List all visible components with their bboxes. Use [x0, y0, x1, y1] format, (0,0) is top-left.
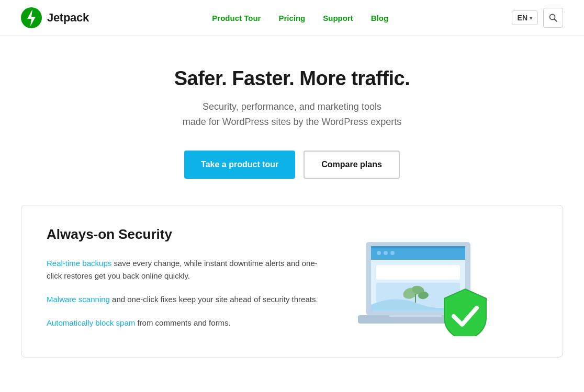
malware-scanning-link[interactable]: Malware scanning [47, 295, 110, 304]
realtime-backups-link[interactable]: Real-time backups [47, 259, 111, 268]
lang-label: EN [518, 14, 527, 22]
take-product-tour-button[interactable]: Take a product tour [184, 151, 295, 179]
language-selector[interactable]: EN ▾ [512, 10, 538, 25]
card-body: Real-time backups save every change, whi… [47, 257, 319, 330]
svg-rect-14 [376, 265, 460, 280]
card-paragraph-2-text: and one-click fixes keep your site ahead… [110, 295, 318, 304]
card-content: Always-on Security Real-time backups sav… [47, 226, 319, 330]
main-nav: Product Tour Pricing Support Blog [205, 10, 396, 26]
svg-rect-9 [371, 246, 465, 248]
svg-point-10 [377, 251, 381, 255]
nav-actions: EN ▾ [512, 8, 563, 28]
security-section: Always-on Security Real-time backups sav… [0, 205, 584, 378]
jetpack-logo-icon [21, 7, 42, 28]
nav-pricing[interactable]: Pricing [271, 10, 312, 26]
laptop-security-image [342, 226, 494, 336]
nav-support[interactable]: Support [316, 10, 361, 26]
logo[interactable]: Jetpack [21, 7, 89, 28]
card-paragraph-3-text: from comments and forms. [135, 318, 231, 327]
security-illustration [340, 226, 497, 336]
card-title: Always-on Security [47, 226, 319, 243]
nav-product-tour[interactable]: Product Tour [205, 10, 268, 26]
hero-subtitle: Security, performance, and marketing too… [21, 99, 563, 130]
hero-subtitle-line2: made for WordPress sites by the WordPres… [183, 117, 402, 127]
hero-subtitle-line1: Security, performance, and marketing too… [203, 101, 381, 112]
svg-point-11 [384, 251, 388, 255]
card-paragraph-1: Real-time backups save every change, whi… [47, 257, 319, 283]
nav-blog[interactable]: Blog [364, 10, 396, 26]
compare-plans-button[interactable]: Compare plans [304, 151, 400, 179]
hero-cta-buttons: Take a product tour Compare plans [21, 151, 563, 179]
logo-text: Jetpack [47, 11, 89, 25]
header: Jetpack Product Tour Pricing Support Blo… [0, 0, 584, 36]
search-button[interactable] [543, 8, 563, 28]
chevron-down-icon: ▾ [530, 15, 532, 21]
card-paragraph-3: Automatically block spam from comments a… [47, 317, 319, 330]
svg-line-3 [555, 19, 557, 22]
svg-point-12 [390, 251, 395, 255]
card-paragraph-2: Malware scanning and one-click fixes kee… [47, 293, 319, 306]
hero-section: Safer. Faster. More traffic. Security, p… [0, 36, 584, 205]
search-icon [549, 14, 557, 22]
security-card: Always-on Security Real-time backups sav… [21, 205, 563, 358]
block-spam-link[interactable]: Automatically block spam [47, 318, 135, 327]
hero-title: Safer. Faster. More traffic. [21, 67, 563, 90]
